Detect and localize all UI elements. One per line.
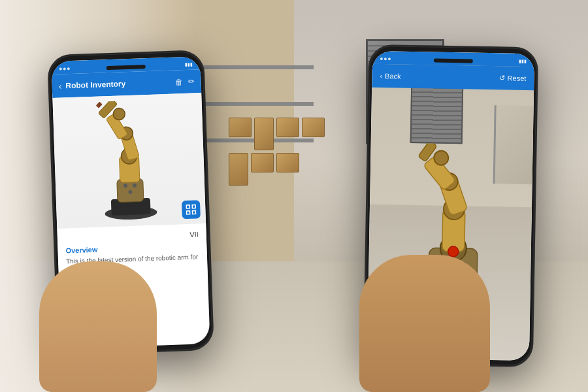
battery-icon: ▮▮▮ xyxy=(185,62,193,67)
hand-left: ▮▮▮ ‹ Robot Inventory 🗑 ✏ xyxy=(13,13,255,392)
ar-reset-button[interactable]: ↺ Reset xyxy=(499,74,527,83)
box xyxy=(302,118,325,137)
signal-dot xyxy=(59,68,62,71)
svg-rect-15 xyxy=(192,205,195,208)
svg-rect-10 xyxy=(96,101,103,108)
robot-arm-image xyxy=(78,99,180,223)
signal-dots xyxy=(59,67,70,71)
hand-shape-right xyxy=(359,255,490,392)
signal-dots xyxy=(380,57,391,60)
box xyxy=(254,118,274,150)
signal-dot xyxy=(380,57,383,60)
svg-point-8 xyxy=(113,108,125,120)
hand-right: ▮▮▮ ‹ Back ↺ Reset xyxy=(346,13,568,392)
ar-view-button[interactable] xyxy=(182,200,201,219)
svg-rect-17 xyxy=(193,211,196,214)
hand-shape-left xyxy=(39,261,157,392)
svg-point-27 xyxy=(434,151,448,165)
phone-notch-right xyxy=(434,59,473,63)
box xyxy=(276,153,299,172)
robot-display-area xyxy=(52,93,206,229)
edit-icon[interactable]: ✏ xyxy=(188,76,194,86)
signal-dot xyxy=(388,57,391,60)
signal-dot xyxy=(384,57,387,60)
back-icon[interactable]: ‹ xyxy=(58,81,61,91)
ar-reset-label: Reset xyxy=(508,74,527,82)
battery-icon: ▮▮▮ xyxy=(519,59,527,64)
header-title: Robot Inventory xyxy=(65,78,171,91)
box xyxy=(276,118,299,137)
signal-dot xyxy=(67,67,70,70)
model-name: VII xyxy=(65,230,199,242)
svg-rect-16 xyxy=(187,211,190,214)
ar-reset-icon: ↺ xyxy=(499,74,505,82)
signal-dot xyxy=(63,67,66,70)
ar-back-label: Back xyxy=(385,72,401,80)
ar-back-icon: ‹ xyxy=(380,72,382,80)
svg-point-29 xyxy=(448,246,459,257)
delete-icon[interactable]: 🗑 xyxy=(174,77,182,86)
svg-rect-14 xyxy=(186,205,189,208)
ar-back-button[interactable]: ‹ Back xyxy=(380,72,400,80)
header-actions: 🗑 ✏ xyxy=(174,76,194,86)
ar-header: ‹ Back ↺ Reset xyxy=(372,64,534,90)
ar-icon xyxy=(186,204,197,216)
